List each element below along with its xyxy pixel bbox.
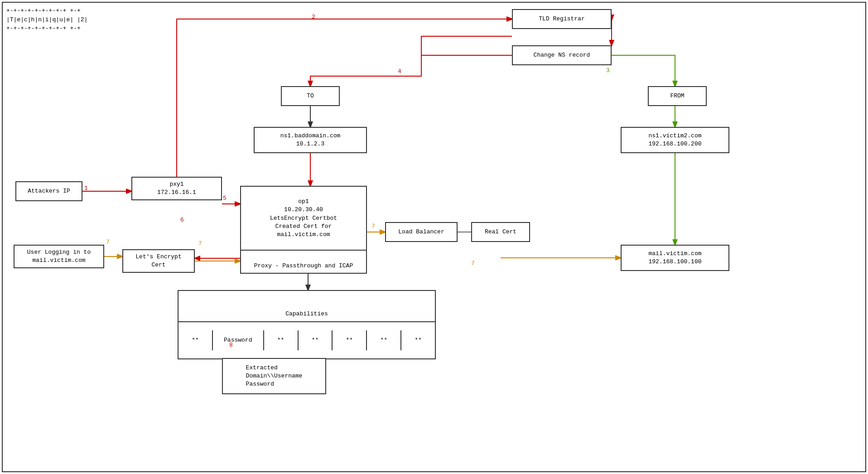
- step-7b: 7: [198, 240, 202, 247]
- step-6: 6: [180, 217, 184, 223]
- cap-cell-7: **: [401, 330, 435, 350]
- to0-node: TO: [281, 86, 340, 106]
- mail-victim-node: mail.victim.com 192.168.100.100: [621, 245, 729, 271]
- proxy-passthrough-label: Proxy - Passthrough and ICAP: [254, 262, 353, 269]
- cap-cell-5: **: [333, 330, 367, 350]
- user-logging-node: User Logging in to mail.victim.com: [14, 245, 104, 268]
- extracted-label: Extracted Domain\\Username Password: [246, 364, 303, 389]
- ascii-logo: +-+-+-+-+-+-+-+-+ +-+ |T|e|c|h|n|i|q|u|e…: [6, 6, 87, 33]
- capabilities-title: Capabilities: [285, 310, 328, 317]
- cap-cell-3: **: [264, 330, 299, 350]
- op1-name: op1 10.20.30.40 LetsEncrypt Certbot Crea…: [246, 198, 362, 239]
- step-2: 2: [312, 14, 315, 20]
- real-cert-node: Real Cert: [471, 222, 530, 242]
- tld-registrar-label: TLD Registrar: [539, 15, 584, 23]
- ns1-victim2-label: ns1.victim2.com 192.168.100.200: [648, 132, 701, 148]
- pxy1-node: pxy1 172.16.16.1: [131, 177, 222, 200]
- ns1-bad-label: ns1.baddomain.com 10.1.2.3: [280, 132, 341, 148]
- change-ns-node: Change NS record: [512, 45, 612, 65]
- tld-registrar-node: TLD Registrar: [512, 9, 612, 29]
- step-3: 3: [606, 67, 610, 74]
- load-balancer-node: Load Balancer: [385, 222, 458, 242]
- extracted-node: Extracted Domain\\Username Password: [222, 358, 326, 394]
- op1-node: op1 10.20.30.40 LetsEncrypt Certbot Crea…: [240, 186, 367, 274]
- step-7a: 7: [106, 239, 110, 246]
- user-logging-label: User Logging in to mail.victim.com: [27, 248, 91, 265]
- attackers-ip-node: Attackers IP: [15, 181, 82, 201]
- to0-label: TO: [307, 92, 314, 100]
- from-label: FROM: [670, 92, 684, 100]
- cap-cell-6: **: [367, 330, 401, 350]
- step-5: 5: [223, 195, 227, 202]
- change-ns-label: Change NS record: [534, 51, 590, 59]
- mail-victim-label: mail.victim.com 192.168.100.100: [648, 250, 701, 266]
- cap-cell-password: Password: [213, 330, 264, 350]
- ns1-victim2-node: ns1.victim2.com 192.168.100.200: [621, 127, 729, 153]
- step-4: 4: [398, 68, 401, 75]
- step-7c: 7: [371, 223, 375, 230]
- attackers-ip-label: Attackers IP: [28, 187, 70, 195]
- cap-cell-4: **: [299, 330, 333, 350]
- step-1: 1: [84, 185, 88, 192]
- from-node: FROM: [648, 86, 707, 106]
- load-balancer-label: Load Balancer: [398, 228, 444, 236]
- step-8: 8: [229, 342, 233, 348]
- lets-encrypt-label: Let's Encrypt Cert: [135, 253, 181, 269]
- pxy1-label: pxy1 172.16.16.1: [157, 180, 196, 197]
- real-cert-label: Real Cert: [485, 228, 516, 236]
- step-7d: 7: [471, 260, 475, 267]
- ns1-bad-node: ns1.baddomain.com 10.1.2.3: [254, 127, 367, 153]
- capabilities-node: Capabilities ** Password ** ** ** ** **: [178, 290, 436, 359]
- lets-encrypt-node: Let's Encrypt Cert: [122, 249, 195, 273]
- cap-cell-1: **: [178, 330, 213, 350]
